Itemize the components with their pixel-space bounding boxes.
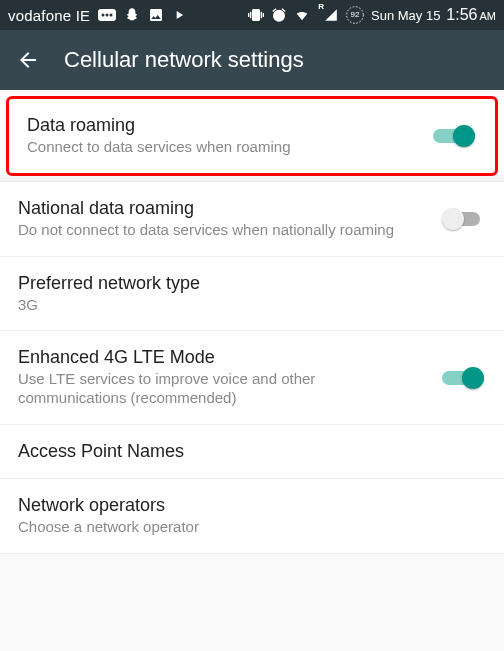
snapchat-icon (124, 7, 140, 23)
settings-item[interactable]: Network operatorsChoose a network operat… (0, 479, 504, 554)
svg-point-1 (102, 14, 105, 17)
settings-item-text: Access Point Names (18, 441, 486, 462)
switch-thumb (462, 367, 484, 389)
settings-item-subtitle: Use LTE services to improve voice and ot… (18, 370, 426, 408)
settings-item-title: Access Point Names (18, 441, 486, 462)
settings-item-subtitle: Do not connect to data services when nat… (18, 221, 426, 240)
settings-item-title: Data roaming (27, 115, 417, 136)
settings-item-text: Preferred network type3G (18, 273, 486, 315)
play-icon (172, 8, 186, 22)
settings-item-subtitle: Choose a network operator (18, 518, 486, 537)
settings-item[interactable]: Preferred network type3G (0, 257, 504, 332)
settings-item-text: Enhanced 4G LTE ModeUse LTE services to … (18, 347, 426, 408)
settings-item-title: Enhanced 4G LTE Mode (18, 347, 426, 368)
settings-item-subtitle: 3G (18, 296, 486, 315)
switch-thumb (453, 125, 475, 147)
status-bar-left: vodafone IE (8, 7, 186, 24)
toggle-switch[interactable] (433, 122, 477, 150)
settings-item[interactable]: Access Point Names (0, 425, 504, 479)
arrow-back-icon (16, 48, 40, 72)
alarm-icon (271, 7, 287, 23)
page-title: Cellular network settings (64, 47, 304, 73)
wifi-icon (293, 8, 311, 22)
settings-item-text: Network operatorsChoose a network operat… (18, 495, 486, 537)
roaming-indicator: R (318, 2, 324, 11)
more-icon (98, 9, 116, 21)
status-date: Sun May 15 (371, 8, 440, 23)
settings-item-title: Preferred network type (18, 273, 486, 294)
settings-item-title: Network operators (18, 495, 486, 516)
svg-point-2 (106, 14, 109, 17)
toggle-switch[interactable] (442, 364, 486, 392)
settings-item-text: National data roamingDo not connect to d… (18, 198, 426, 240)
settings-item-text: Data roamingConnect to data services whe… (27, 115, 417, 157)
settings-item[interactable]: Enhanced 4G LTE ModeUse LTE services to … (0, 331, 504, 425)
vibrate-icon (247, 7, 265, 23)
switch-thumb (442, 208, 464, 230)
battery-pct: 92 (345, 5, 365, 25)
battery-icon: 92 (345, 5, 365, 25)
status-bar: vodafone IE R 92 Sun May (0, 0, 504, 30)
settings-item[interactable]: Data roamingConnect to data services whe… (9, 99, 495, 173)
status-time: 1:56AM (446, 6, 496, 24)
signal-icon: R (317, 8, 339, 22)
settings-item[interactable]: National data roamingDo not connect to d… (0, 182, 504, 257)
status-bar-right: R 92 Sun May 15 1:56AM (247, 5, 496, 25)
svg-point-3 (110, 14, 113, 17)
settings-item-title: National data roaming (18, 198, 426, 219)
image-icon (148, 7, 164, 23)
highlight-box: Data roamingConnect to data services whe… (6, 96, 498, 176)
settings-list: Data roamingConnect to data services whe… (0, 96, 504, 554)
app-bar: Cellular network settings (0, 30, 504, 90)
back-button[interactable] (16, 48, 40, 72)
carrier-label: vodafone IE (8, 7, 90, 24)
settings-item-subtitle: Connect to data services when roaming (27, 138, 417, 157)
toggle-switch[interactable] (442, 205, 486, 233)
